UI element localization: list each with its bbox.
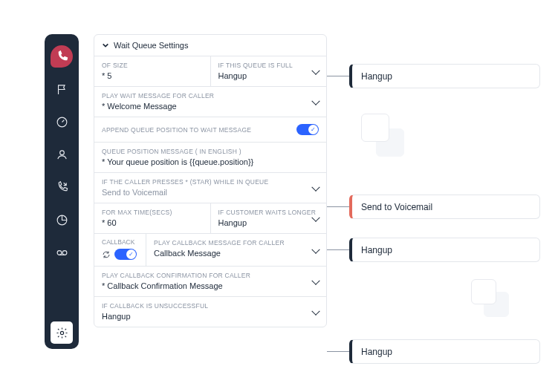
waits-longer-select[interactable]: IF CUSTOMER WAITS LONGER Hangup [211, 203, 327, 233]
sidebar-gauge-icon[interactable] [51, 111, 73, 133]
append-pos-label: APPEND QUEUE POSITION TO WAIT MESSAGE [102, 126, 251, 134]
pill-hangup-3[interactable]: Hangup [349, 339, 540, 364]
svg-point-5 [60, 331, 63, 334]
star-press-select[interactable]: IF THE CALLER PRESSES * (STAR) WHILE IN … [94, 173, 326, 203]
size-value: * 5 [102, 71, 203, 80]
svg-point-3 [57, 250, 62, 255]
sidebar-user-icon[interactable] [51, 143, 73, 166]
sidebar-voicemail-icon[interactable] [51, 241, 73, 264]
star-press-value: Send to Voicemail [102, 188, 319, 197]
connector [327, 351, 349, 352]
if-full-value: Hangup [218, 71, 319, 80]
callback-confirm-select[interactable]: PLAY CALLBACK CONFIRMATION FOR CALLER * … [94, 267, 326, 296]
max-time-value: * 60 [102, 218, 203, 227]
waits-longer-label: IF CUSTOMER WAITS LONGER [218, 209, 319, 216]
wait-msg-label: PLAY WAIT MESSAGE FOR CALLER [102, 92, 319, 99]
wait-queue-panel: Wait Queue Settings OF SIZE * 5 IF THIS … [94, 34, 327, 327]
if-full-label: IF THIS QUEUE IS FULL [218, 62, 319, 69]
refresh-icon [102, 250, 111, 259]
append-pos-toggle[interactable] [296, 124, 319, 135]
size-label: OF SIZE [102, 62, 203, 69]
connector [327, 206, 349, 207]
callback-msg-value: Callback Message [154, 249, 319, 258]
wait-msg-select[interactable]: PLAY WAIT MESSAGE FOR CALLER * Welcome M… [94, 87, 326, 117]
callback-fail-select[interactable]: IF CALLBACK IS UNSUCCESSFUL Hangup [94, 297, 326, 327]
connector [327, 76, 349, 76]
callback-confirm-value: * Callback Confirmation Message [102, 281, 319, 290]
pos-msg-field[interactable]: QUEUE POSITION MESSAGE ( IN ENGLISH ) * … [94, 143, 326, 172]
sidebar-settings-icon[interactable] [51, 321, 73, 344]
wait-msg-value: * Welcome Message [102, 102, 319, 111]
max-time-label: FOR MAX TIME(SECS) [102, 209, 203, 216]
pill-hangup-1[interactable]: Hangup [349, 64, 540, 88]
sidebar [45, 34, 79, 349]
chevron-down-icon [102, 42, 109, 49]
max-time-field[interactable]: FOR MAX TIME(SECS) * 60 [94, 203, 211, 233]
callback-msg-select[interactable]: PLAY CALLBACK MESSAGE FOR CALLER Callbac… [146, 234, 326, 266]
pill-text: Hangup [361, 71, 392, 82]
svg-point-4 [62, 250, 67, 255]
callback-toggle-cell: CALLBACK [94, 234, 146, 266]
svg-point-1 [59, 150, 64, 154]
waits-longer-value: Hangup [218, 218, 319, 227]
pill-text: Hangup [361, 347, 392, 357]
sidebar-pie-icon[interactable] [51, 209, 73, 231]
size-field[interactable]: OF SIZE * 5 [94, 56, 211, 86]
panel-title: Wait Queue Settings [114, 41, 188, 50]
pos-msg-value: * Your queue position is {{queue.positio… [102, 157, 319, 166]
callback-fail-value: Hangup [102, 312, 319, 321]
star-press-label: IF THE CALLER PRESSES * (STAR) WHILE IN … [102, 178, 319, 186]
callback-label: CALLBACK [102, 238, 140, 246]
sidebar-flag-icon[interactable] [51, 78, 73, 100]
sidebar-phone-icon[interactable] [51, 45, 73, 68]
callback-confirm-label: PLAY CALLBACK CONFIRMATION FOR CALLER [102, 272, 319, 279]
pill-text: Send to Voicemail [361, 202, 432, 212]
deco-square [471, 279, 496, 304]
append-pos-row: APPEND QUEUE POSITION TO WAIT MESSAGE [94, 117, 326, 143]
connector [327, 249, 349, 250]
pos-msg-label: QUEUE POSITION MESSAGE ( IN ENGLISH ) [102, 148, 319, 155]
sidebar-phone-out-icon[interactable] [51, 176, 73, 198]
panel-header[interactable]: Wait Queue Settings [94, 35, 326, 56]
callback-toggle[interactable] [114, 249, 137, 260]
pill-voicemail[interactable]: Send to Voicemail [349, 195, 540, 219]
callback-fail-label: IF CALLBACK IS UNSUCCESSFUL [102, 302, 319, 310]
callback-msg-label: PLAY CALLBACK MESSAGE FOR CALLER [154, 239, 319, 246]
deco-square [361, 114, 389, 142]
if-full-select[interactable]: IF THIS QUEUE IS FULL Hangup [211, 56, 327, 86]
pill-hangup-2[interactable]: Hangup [349, 238, 540, 262]
pill-text: Hangup [361, 245, 392, 255]
